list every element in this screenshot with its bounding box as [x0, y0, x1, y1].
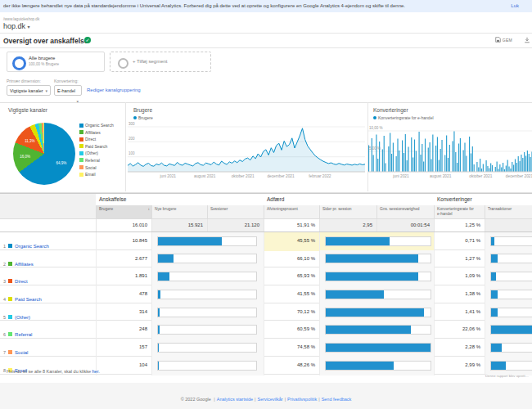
users-value: 478: [96, 285, 151, 304]
y-axis-tick: 10,00 %: [369, 126, 383, 130]
segment-subtitle: 100,00 % Brugere: [29, 62, 59, 66]
channel-link[interactable]: (Other): [15, 315, 30, 320]
bar-track: [325, 272, 431, 281]
column-new-users[interactable]: Nye brugere: [151, 205, 207, 218]
x-axis-tick: oktober 2021: [469, 174, 492, 178]
bar-track: [157, 254, 257, 263]
channel-link[interactable]: Direct: [15, 279, 28, 284]
primary-dimension-dropdown[interactable]: Vigtigste kanaler▾: [7, 85, 51, 96]
footer-link[interactable]: Send feedback: [322, 397, 352, 402]
conversions-chart-legend: Konverteringsrate for e-handel: [373, 115, 434, 120]
banner-close-link[interactable]: Luk: [511, 0, 519, 12]
column-avg-session-duration[interactable]: Gns. sessionsvarighed: [376, 205, 434, 218]
summary-sessions: 21.120: [207, 219, 264, 231]
y-axis-tick: 5,00 %: [369, 146, 381, 151]
page-footer: © 2022 Google |Analytics startside|Servi…: [0, 383, 532, 409]
bounce-rate-bar: [326, 344, 431, 352]
channel-cell: 6Referral: [0, 321, 96, 339]
table-row: 1Organic Search10.84545,55 %0,71 %: [0, 232, 532, 250]
channel-link[interactable]: Referral: [15, 332, 32, 337]
bar-track: [157, 272, 257, 281]
channel-link[interactable]: Affiliates: [15, 262, 34, 267]
divider: [0, 47, 532, 48]
primary-dimension-label: Primær dimension:: [7, 79, 41, 83]
bounce-rate-value: 41,55 %: [264, 285, 319, 304]
channel-cell: 4Paid Search: [0, 285, 96, 304]
column-ecommerce-conversion-rate[interactable]: Konverteringsrate for e-handel: [434, 205, 485, 218]
see-all-channels-link[interactable]: her.: [92, 369, 100, 374]
users-bar-cell: [151, 321, 264, 339]
pie-chart-title: Vigtigste kanaler: [8, 107, 47, 113]
row-rank: 8: [3, 368, 6, 373]
users-bar-cell: [151, 267, 264, 286]
users-bar: [158, 362, 159, 370]
channel-link[interactable]: Social: [15, 350, 28, 355]
legend-swatch-icon: [79, 124, 83, 128]
legend-item: Organic Search: [79, 123, 114, 130]
bar-track: [325, 236, 431, 246]
users-value: 314: [96, 303, 151, 322]
row-rank: 4: [3, 297, 6, 302]
export-button[interactable]: [524, 37, 532, 44]
conversion-rate-bar: [491, 362, 506, 370]
report-generated-note: Denne rapport blev oprett…: [485, 374, 529, 378]
y-axis-tick: 100: [128, 151, 135, 155]
footer-link[interactable]: Privatlivspolitik: [287, 397, 317, 402]
users-bar: [158, 237, 222, 245]
legend-item: Affiliates: [79, 130, 114, 137]
bounce-rate-value: 66,10 %: [264, 250, 319, 269]
bounce-rate-bar-cell: [319, 357, 434, 375]
segment-title: Alle brugere: [29, 56, 55, 61]
pie-slice-label: 64,9%: [56, 160, 67, 164]
channel-link[interactable]: Paid Search: [15, 297, 42, 302]
footer-link[interactable]: Servicevilkår: [257, 397, 282, 402]
channel-color-swatch-icon: [8, 350, 12, 354]
legend-swatch-icon: [79, 165, 83, 169]
users-bar-cell: [151, 357, 264, 375]
column-bounce-rate[interactable]: Afvisningsprocent: [264, 205, 319, 218]
legend-dot-icon: [133, 116, 137, 119]
channel-cell: 1Organic Search: [0, 232, 96, 251]
group-behavior: Adfærd: [264, 194, 434, 205]
legend-swatch-icon: [79, 151, 83, 155]
ga-acquisition-overview-page: der ikke længere behandlet nye data på s…: [0, 0, 532, 409]
divider: [0, 33, 532, 34]
conversion-rate-bar-chart: [368, 124, 532, 175]
group-conversions: Konverteringer: [434, 194, 532, 205]
segment-all-users[interactable]: Alle brugere 100,00 % Brugere: [7, 52, 105, 72]
table-summary-row: 16.010 15.921 21.120 51,91 % 2,95 00:01:…: [0, 218, 532, 232]
x-axis-tick: december 2021: [267, 174, 294, 178]
channel-link[interactable]: Organic Search: [15, 244, 49, 249]
column-transactions[interactable]: Transaktioner: [485, 205, 532, 218]
channel-color-swatch-icon: [8, 262, 12, 266]
property-selector[interactable]: hop.dk ▾: [3, 22, 30, 30]
conversion-rate-bar: [491, 237, 494, 245]
conversion-rate-value: 0,71 %: [434, 232, 485, 251]
users-bar: [158, 272, 169, 281]
bar-track: [157, 236, 257, 246]
column-sessions[interactable]: Sessioner: [207, 205, 264, 218]
table-row: 3Direct1.89165,93 %1,09 %: [0, 267, 532, 285]
bounce-rate-bar-cell: [319, 321, 434, 339]
edit-channel-grouping-link[interactable]: Rediger kanalgruppering: [87, 88, 141, 92]
bar-track: [325, 290, 431, 299]
summary-blank-cell: [0, 219, 96, 231]
channel-color-swatch-icon: [8, 297, 12, 301]
save-button[interactable]: GEM: [495, 37, 512, 43]
conversion-dropdown[interactable]: E-handel▾: [54, 85, 82, 96]
conversion-rate-bar: [491, 290, 498, 299]
column-pages-per-session[interactable]: Sider pr. session: [319, 205, 376, 218]
conversion-rate-value: 2,28 %: [434, 339, 485, 357]
column-users[interactable]: Brugere↓: [96, 205, 151, 218]
bounce-rate-value: 70,12 %: [264, 303, 319, 322]
bar-track: [490, 343, 532, 353]
users-value: 1.891: [96, 267, 151, 286]
add-segment-button[interactable]: + Tilføj segment: [110, 52, 211, 72]
channel-cell: 7Social: [0, 339, 96, 357]
ga4-migration-banner: der ikke længere behandlet nye data på s…: [0, 0, 532, 12]
footer-link[interactable]: Analytics startside: [217, 397, 253, 402]
summary-conversion-rate: 1,25 %: [434, 219, 485, 231]
legend-swatch-icon: [79, 158, 83, 162]
conversion-rate-value: 1,09 %: [434, 267, 485, 286]
bounce-rate-bar: [326, 272, 418, 281]
